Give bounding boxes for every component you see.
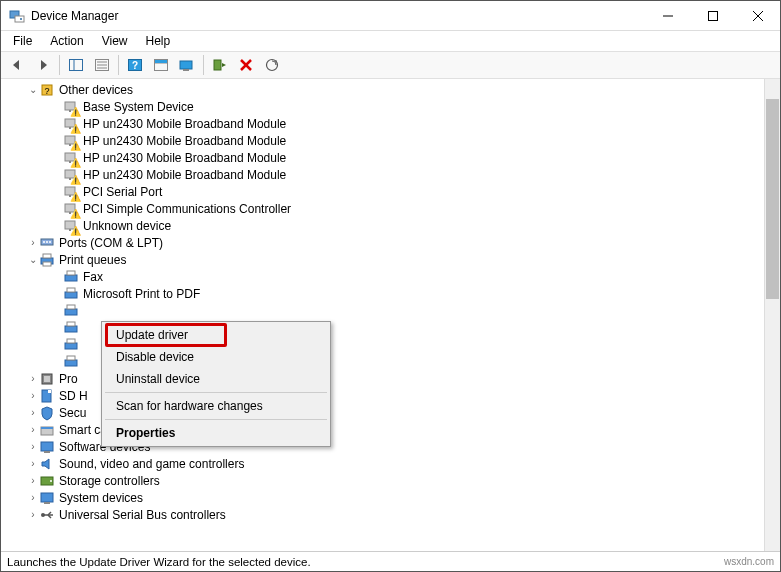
tree-node-ports[interactable]: › Ports (COM & LPT): [1, 234, 764, 251]
svg-rect-54: [67, 305, 75, 309]
usb-icon: [39, 507, 55, 523]
menu-properties[interactable]: Properties: [104, 422, 328, 444]
printer-icon: [63, 286, 79, 302]
svg-rect-72: [44, 502, 50, 504]
svg-rect-20: [214, 60, 221, 70]
printer-icon: [63, 269, 79, 285]
processor-icon: [39, 371, 55, 387]
svg-rect-59: [65, 360, 77, 366]
node-label: Base System Device: [83, 100, 194, 114]
uninstall-button[interactable]: [234, 54, 258, 76]
expand-icon[interactable]: ›: [27, 373, 39, 385]
expand-icon[interactable]: ›: [27, 441, 39, 453]
device-warning-icon: ⚠️: [63, 167, 79, 183]
svg-point-43: [43, 241, 45, 243]
collapse-icon[interactable]: ⌄: [27, 254, 39, 266]
menu-separator: [105, 419, 327, 420]
view-button[interactable]: [149, 54, 173, 76]
svg-rect-51: [65, 292, 77, 298]
window-controls: [645, 1, 780, 30]
device-warning-icon: ⚠️: [63, 218, 79, 234]
expand-icon[interactable]: ›: [27, 424, 39, 436]
svg-point-44: [46, 241, 48, 243]
node-label: Universal Serial Bus controllers: [59, 508, 226, 522]
update-driver-button[interactable]: [175, 54, 199, 76]
device-manager-window: Device Manager File Action View Help ? ⌄: [0, 0, 781, 572]
menu-action[interactable]: Action: [42, 33, 91, 49]
svg-rect-53: [65, 309, 77, 315]
collapse-icon[interactable]: ⌄: [27, 84, 39, 96]
menu-scan-hardware[interactable]: Scan for hardware changes: [104, 395, 328, 417]
app-icon: [9, 8, 25, 24]
svg-rect-19: [183, 69, 189, 71]
tree-item-print-to-pdf[interactable]: Microsoft Print to PDF: [1, 285, 764, 302]
printer-icon: [39, 252, 55, 268]
menu-file[interactable]: File: [5, 33, 40, 49]
tree-node-storage[interactable]: › Storage controllers: [1, 472, 764, 489]
printer-icon: [63, 337, 79, 353]
node-label: Unknown device: [83, 219, 171, 233]
forward-button[interactable]: [31, 54, 55, 76]
help-button[interactable]: ?: [123, 54, 147, 76]
tree-item[interactable]: ⚠️HP un2430 Mobile Broadband Module: [1, 166, 764, 183]
tree-item[interactable]: ⚠️PCI Serial Port: [1, 183, 764, 200]
svg-rect-4: [708, 11, 717, 20]
ports-icon: [39, 235, 55, 251]
expand-icon[interactable]: ›: [27, 475, 39, 487]
menu-help[interactable]: Help: [138, 33, 179, 49]
expand-icon[interactable]: ›: [27, 407, 39, 419]
tree-item[interactable]: ⚠️PCI Simple Communications Controller: [1, 200, 764, 217]
expand-icon[interactable]: ›: [27, 390, 39, 402]
node-label: Other devices: [59, 83, 133, 97]
tree-node-other-devices[interactable]: ⌄ ? Other devices: [1, 81, 764, 98]
vertical-scrollbar[interactable]: [764, 79, 780, 551]
svg-rect-56: [67, 322, 75, 326]
node-label: HP un2430 Mobile Broadband Module: [83, 168, 286, 182]
close-button[interactable]: [735, 1, 780, 30]
back-button[interactable]: [5, 54, 29, 76]
scan-hardware-button[interactable]: [260, 54, 284, 76]
expand-icon[interactable]: ›: [27, 509, 39, 521]
tree-item-fax[interactable]: Fax: [1, 268, 764, 285]
properties-button[interactable]: [90, 54, 114, 76]
svg-rect-52: [67, 288, 75, 292]
tree-item[interactable]: ⚠️HP un2430 Mobile Broadband Module: [1, 115, 764, 132]
tree-item-hidden[interactable]: [1, 302, 764, 319]
tree-node-usb[interactable]: › Universal Serial Bus controllers: [1, 506, 764, 523]
svg-rect-64: [48, 390, 51, 393]
tree-node-print-queues[interactable]: ⌄ Print queues: [1, 251, 764, 268]
tree-node-system[interactable]: › System devices: [1, 489, 764, 506]
printer-icon: [63, 303, 79, 319]
software-icon: [39, 439, 55, 455]
device-warning-icon: ⚠️: [63, 201, 79, 217]
expand-icon[interactable]: ›: [27, 492, 39, 504]
category-icon: ?: [39, 82, 55, 98]
maximize-button[interactable]: [690, 1, 735, 30]
menu-update-driver[interactable]: Update driver: [104, 324, 328, 346]
tree-item[interactable]: ⚠️HP un2430 Mobile Broadband Module: [1, 149, 764, 166]
device-tree[interactable]: ⌄ ? Other devices ⚠️Base System Device ⚠…: [1, 79, 764, 551]
tree-item[interactable]: ⚠️Base System Device: [1, 98, 764, 115]
separator: [118, 55, 119, 75]
device-warning-icon: ⚠️: [63, 99, 79, 115]
watermark: wsxdn.com: [724, 556, 774, 567]
node-label: HP un2430 Mobile Broadband Module: [83, 151, 286, 165]
menu-view[interactable]: View: [94, 33, 136, 49]
menu-uninstall-device[interactable]: Uninstall device: [104, 368, 328, 390]
tree-node-sound[interactable]: › Sound, video and game controllers: [1, 455, 764, 472]
scrollbar-thumb[interactable]: [766, 99, 779, 299]
toolbar: ?: [1, 51, 780, 79]
enable-device-button[interactable]: [208, 54, 232, 76]
tree-item[interactable]: ⚠️Unknown device: [1, 217, 764, 234]
node-label: SD H: [59, 389, 88, 403]
svg-rect-62: [44, 376, 50, 382]
expand-icon[interactable]: ›: [27, 237, 39, 249]
tree-item[interactable]: ⚠️HP un2430 Mobile Broadband Module: [1, 132, 764, 149]
show-hide-tree-button[interactable]: [64, 54, 88, 76]
expand-icon[interactable]: ›: [27, 458, 39, 470]
separator: [203, 55, 204, 75]
svg-rect-17: [155, 60, 167, 63]
menu-disable-device[interactable]: Disable device: [104, 346, 328, 368]
minimize-button[interactable]: [645, 1, 690, 30]
statusbar: Launches the Update Driver Wizard for th…: [1, 551, 780, 571]
